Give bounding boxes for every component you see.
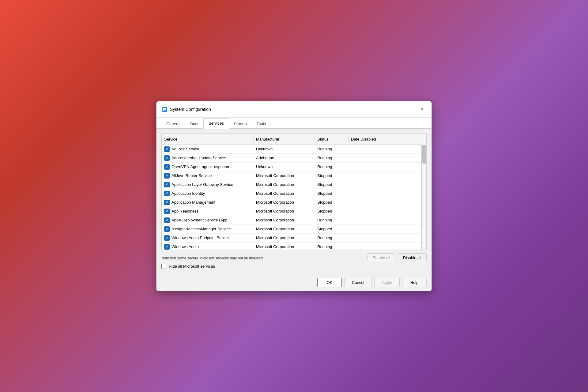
table-row: AssignedAccessManager Service Microsoft … (162, 225, 426, 234)
title-bar: System Configuration × (156, 101, 432, 118)
service-manufacturer: Microsoft Corporation (254, 243, 315, 250)
svg-rect-2 (163, 109, 166, 110)
service-status: Running (315, 145, 349, 153)
service-manufacturer: Microsoft Corporation (254, 190, 315, 197)
service-checkbox[interactable] (164, 200, 170, 205)
header-service: Service (162, 136, 254, 143)
system-config-icon (161, 106, 168, 112)
service-manufacturer: Microsoft Corporation (254, 216, 315, 224)
header-manufacturer: Manufacturer (254, 136, 315, 143)
close-button[interactable]: × (418, 105, 427, 114)
service-date (349, 219, 426, 222)
service-checkbox[interactable] (164, 146, 170, 152)
service-name-cell: AppX Deployment Service (App... (162, 216, 254, 224)
service-name: App Readiness (172, 209, 198, 213)
disable-all-button[interactable]: Disable all (398, 253, 427, 262)
service-manufacturer: Microsoft Corporation (254, 225, 315, 233)
table-row: Windows Audio Microsoft Corporation Runn… (162, 243, 426, 250)
service-name-cell: Windows Audio Endpoint Builder (162, 234, 254, 242)
tab-startup[interactable]: Startup (229, 119, 252, 129)
tab-content: Service Manufacturer Status Date Disable… (156, 129, 432, 274)
service-date (349, 201, 426, 204)
service-date (349, 165, 426, 168)
service-name: Application Management (172, 200, 215, 205)
service-name-cell: Windows Audio (162, 243, 254, 250)
service-date (349, 148, 426, 151)
tab-services[interactable]: Services (203, 118, 229, 129)
service-date (349, 174, 426, 177)
service-status: Running (315, 234, 349, 242)
service-checkbox[interactable] (164, 173, 170, 179)
service-name: Application Layer Gateway Service (172, 182, 233, 187)
enable-all-button[interactable]: Enable all (368, 253, 395, 262)
header-date-disabled: Date Disabled (349, 136, 426, 143)
service-name: OpenVPN Agent agent_ovpncon... (172, 164, 232, 169)
service-checkbox[interactable] (164, 209, 170, 214)
service-manufacturer: Microsoft Corporation (254, 234, 315, 242)
scrollbar[interactable] (421, 144, 426, 250)
service-checkbox[interactable] (164, 226, 170, 232)
table-row: AllJoyn Router Service Microsoft Corpora… (162, 172, 426, 180)
service-date (349, 192, 426, 195)
table-header: Service Manufacturer Status Date Disable… (162, 134, 426, 145)
service-manufacturer: Adobe Inc. (254, 154, 315, 162)
service-checkbox[interactable] (164, 191, 170, 196)
dialog-footer: OK Cancel Apply Help (156, 274, 432, 291)
scroll-thumb[interactable] (422, 145, 426, 164)
service-status: Stopped (315, 181, 349, 188)
service-date (349, 245, 426, 248)
service-checkbox[interactable] (164, 217, 170, 223)
service-checkbox[interactable] (164, 164, 170, 170)
service-status: Stopped (315, 207, 349, 215)
apply-button[interactable]: Apply (374, 278, 400, 287)
tab-tools[interactable]: Tools (252, 119, 271, 129)
service-manufacturer: Microsoft Corporation (254, 181, 315, 188)
service-manufacturer: Unknown (254, 145, 315, 153)
table-row: App Readiness Microsoft Corporation Stop… (162, 207, 426, 216)
dialog-title: System Configuration (170, 107, 211, 112)
help-button[interactable]: Help (402, 278, 427, 287)
services-table: Service Manufacturer Status Date Disable… (161, 134, 427, 250)
table-row: Application Layer Gateway Service Micros… (162, 180, 426, 189)
service-date (349, 210, 426, 213)
service-status: Stopped (315, 198, 349, 206)
system-configuration-dialog: System Configuration × General Boot Serv… (156, 101, 432, 291)
header-status: Status (315, 136, 349, 143)
service-date (349, 156, 426, 160)
tabs-bar: General Boot Services Startup Tools (156, 118, 432, 129)
note-text: Note that some secure Microsoft services… (161, 256, 264, 260)
service-name: Windows Audio Endpoint Builder (172, 236, 229, 240)
cancel-button[interactable]: Cancel (344, 278, 372, 287)
title-bar-left: System Configuration (161, 106, 211, 112)
tab-general[interactable]: General (161, 119, 185, 129)
service-manufacturer: Microsoft Corporation (254, 207, 315, 215)
table-row: Windows Audio Endpoint Builder Microsoft… (162, 234, 426, 243)
hide-services-checkbox[interactable] (161, 264, 166, 269)
service-name: Adobe Acrobat Update Service (172, 156, 226, 160)
service-date (349, 236, 426, 239)
service-checkbox[interactable] (164, 244, 170, 250)
service-name: Windows Audio (172, 244, 199, 249)
service-status: Running (315, 216, 349, 224)
service-status: Stopped (315, 190, 349, 197)
service-checkbox[interactable] (164, 235, 170, 241)
service-checkbox[interactable] (164, 182, 170, 187)
service-name-cell: AllJoyn Router Service (162, 172, 254, 180)
service-status: Running (315, 243, 349, 250)
service-name-cell: Application Layer Gateway Service (162, 180, 254, 189)
service-name: AssignedAccessManager Service (172, 227, 231, 231)
service-name-cell: Adobe Acrobat Update Service (162, 154, 254, 162)
table-row: OpenVPN Agent agent_ovpncon... Unknown R… (162, 163, 426, 172)
table-row: AppX Deployment Service (App... Microsof… (162, 216, 426, 225)
service-name-cell: App Readiness (162, 207, 254, 216)
tab-boot[interactable]: Boot (185, 119, 203, 129)
hide-services-label: Hide all Microsoft services (169, 264, 215, 269)
ok-button[interactable]: OK (317, 278, 342, 287)
service-checkbox[interactable] (164, 155, 170, 161)
table-row: AdLock Service Unknown Running (162, 145, 426, 154)
service-status: Running (315, 154, 349, 162)
svg-rect-3 (163, 110, 164, 111)
service-name: AdLock Service (172, 147, 199, 151)
service-status: Running (315, 163, 349, 171)
service-name-cell: Application Identity (162, 189, 254, 198)
